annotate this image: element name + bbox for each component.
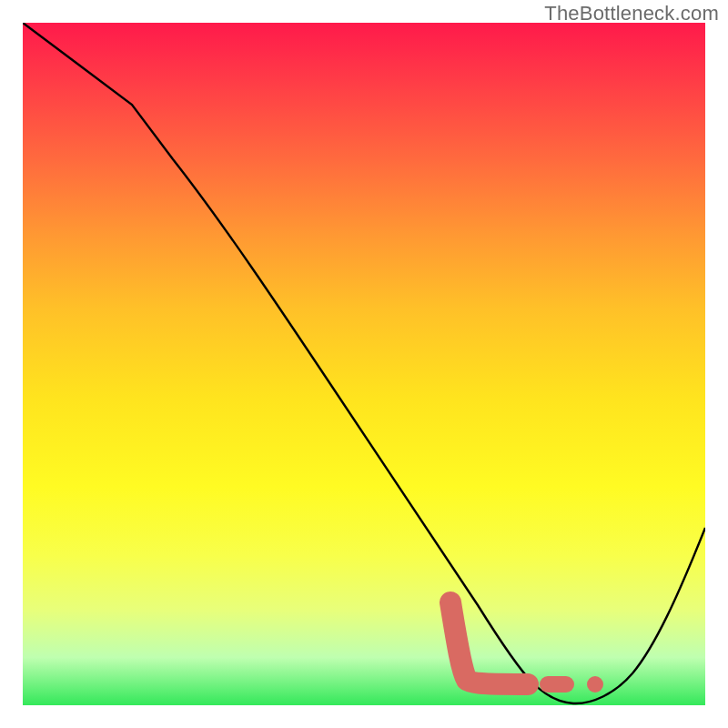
- optimal-marker-dot: [587, 676, 603, 693]
- watermark-label: TheBottleneck.com: [544, 2, 719, 25]
- chart-canvas: TheBottleneck.com: [0, 0, 728, 728]
- plot-area: [23, 23, 705, 705]
- bottleneck-curve-line: [23, 23, 705, 703]
- optimal-marker-body: [450, 602, 528, 684]
- chart-overlay: [23, 23, 705, 705]
- optimal-marker: [450, 602, 603, 693]
